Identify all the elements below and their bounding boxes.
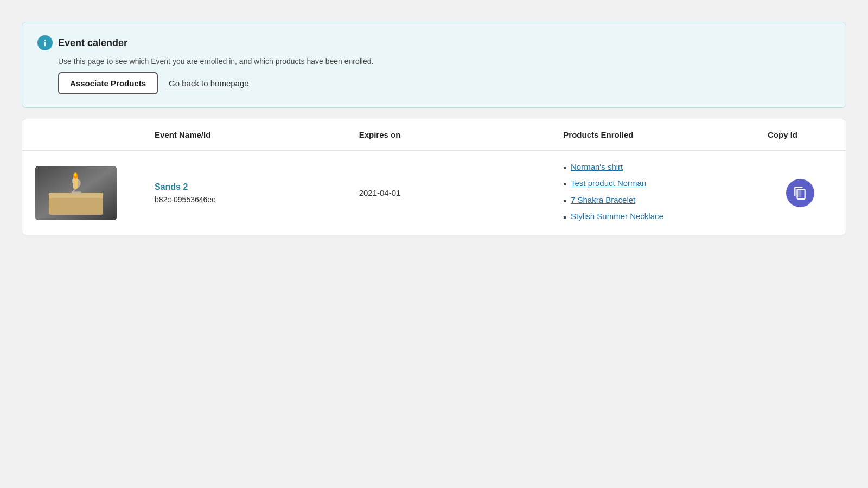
expires-on-cell: 2021-04-01 xyxy=(359,188,564,197)
associate-products-button[interactable]: Associate Products xyxy=(58,72,158,94)
product-link[interactable]: Stylish Summer Necklace xyxy=(571,211,663,221)
event-image: 2 xyxy=(35,166,117,220)
table-header: Event Name/Id Expires on Products Enroll… xyxy=(22,119,846,151)
bullet-icon: ▪ xyxy=(563,211,566,223)
bullet-icon: ▪ xyxy=(563,195,566,207)
copy-id-cell xyxy=(768,179,833,207)
event-id[interactable]: b82c-09553646ee xyxy=(155,195,359,204)
event-name-cell: Sands 2 b82c-09553646ee xyxy=(155,182,359,204)
list-item: ▪ Norman's shirt xyxy=(563,162,768,174)
svg-rect-8 xyxy=(795,189,801,197)
banner-description: Use this page to see which Event you are… xyxy=(58,57,831,66)
product-link[interactable]: 7 Shakra Bracelet xyxy=(571,195,635,204)
col-copy-id: Copy Id xyxy=(768,130,833,139)
list-item: ▪ Test product Norman xyxy=(563,178,768,190)
product-link[interactable]: Norman's shirt xyxy=(571,162,623,171)
table-row: 2 Sands 2 b82c-09553646ee 2021-04-01 ▪ N… xyxy=(22,151,846,235)
svg-point-7 xyxy=(74,173,76,176)
info-banner: i Event calender Use this page to see wh… xyxy=(22,22,846,108)
event-table: Event Name/Id Expires on Products Enroll… xyxy=(22,119,846,235)
event-name-link[interactable]: Sands 2 xyxy=(155,182,359,192)
banner-actions: Associate Products Go back to homepage xyxy=(58,72,831,94)
homepage-link[interactable]: Go back to homepage xyxy=(169,79,249,88)
products-list: ▪ Norman's shirt ▪ Test product Norman ▪… xyxy=(563,162,768,224)
col-event-name-id: Event Name/Id xyxy=(155,130,359,139)
banner-title: Event calender xyxy=(58,37,127,49)
col-image xyxy=(35,130,155,139)
bullet-icon: ▪ xyxy=(563,162,566,174)
copy-icon xyxy=(793,186,807,200)
banner-header: i Event calender xyxy=(37,35,831,50)
copy-id-button[interactable] xyxy=(786,179,814,207)
col-products-enrolled: Products Enrolled xyxy=(563,130,768,139)
list-item: ▪ Stylish Summer Necklace xyxy=(563,211,768,223)
info-icon: i xyxy=(37,35,53,50)
col-expires-on: Expires on xyxy=(359,130,564,139)
list-item: ▪ 7 Shakra Bracelet xyxy=(563,195,768,207)
product-link[interactable]: Test product Norman xyxy=(571,178,646,188)
bullet-icon: ▪ xyxy=(563,178,566,190)
